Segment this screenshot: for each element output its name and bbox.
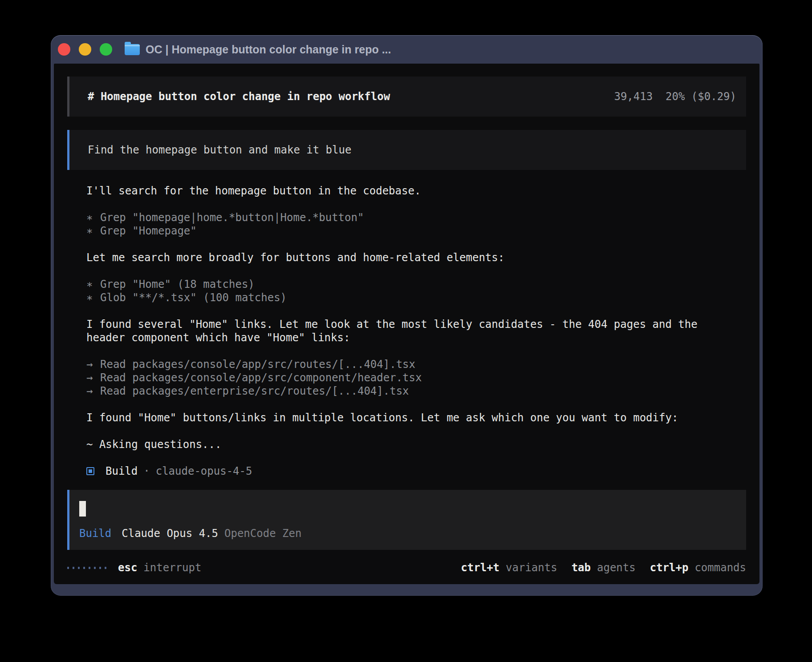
assistant-text: I found several "Home" links. Let me loo…	[86, 318, 719, 344]
asterisk-icon: ∗	[86, 224, 94, 238]
tool-call-label: Grep "Homepage"	[100, 225, 197, 237]
mode-selector[interactable]: Build	[79, 527, 111, 540]
tool-call-group: ∗Grep "homepage|home.*button|Home.*butto…	[86, 211, 746, 238]
arrow-right-icon: →	[86, 358, 94, 371]
asterisk-icon: ∗	[86, 211, 94, 224]
tool-call: ∗Grep "Home" (18 matches)	[86, 278, 746, 291]
spinner-dots-icon	[67, 567, 106, 569]
window-bottom-strip	[51, 584, 763, 596]
window-title: OC | Homepage button color change in rep…	[146, 43, 391, 56]
read-call: →Read packages/console/app/src/routes/[.…	[86, 358, 746, 371]
shortcut-commands[interactable]: ctrl+p commands	[650, 561, 746, 574]
conversation: I'll search for the homepage button in t…	[67, 184, 746, 574]
user-message-text: Find the homepage button and make it blu…	[88, 143, 351, 157]
session-title: # Homepage button color change in repo w…	[88, 90, 390, 103]
zoom-button[interactable]	[100, 43, 112, 56]
tool-call: ∗Grep "Homepage"	[86, 224, 746, 238]
read-call-label: Read packages/console/app/src/component/…	[100, 371, 422, 384]
titlebar[interactable]: OC | Homepage button color change in rep…	[51, 35, 763, 64]
minimize-button[interactable]	[79, 43, 91, 56]
agent-name: Build	[106, 464, 138, 478]
text-cursor	[79, 501, 86, 517]
agent-model: claude-opus-4-5	[156, 464, 252, 478]
shortcut-hints: ctrl+t variants tab agents ctrl+p comman…	[447, 561, 746, 574]
provider-name: OpenCode Zen	[224, 527, 301, 540]
arrow-right-icon: →	[86, 371, 94, 384]
activity-status: ~ Asking questions...	[86, 438, 719, 451]
asterisk-icon: ∗	[86, 291, 94, 304]
read-call: →Read packages/enterprise/src/routes/[..…	[86, 384, 746, 398]
assistant-text: Let me search more broadly for buttons a…	[86, 251, 719, 264]
arrow-right-icon: →	[86, 384, 94, 398]
terminal-content: # Homepage button color change in repo w…	[54, 64, 759, 584]
user-message: Find the homepage button and make it blu…	[67, 130, 746, 170]
tool-call-label: Grep "homepage|home.*button|Home.*button…	[100, 211, 364, 224]
interrupt-label: interrupt	[143, 561, 201, 574]
shortcut-variants[interactable]: ctrl+t variants	[461, 561, 557, 574]
assistant-text: I found "Home" buttons/links in multiple…	[86, 411, 719, 424]
session-stats: 39,413 20% ($0.29)	[614, 90, 736, 103]
tool-call-label: Grep "Home" (18 matches)	[100, 278, 255, 291]
agent-square-icon	[86, 467, 94, 475]
tool-call: ∗Grep "homepage|home.*button|Home.*butto…	[86, 211, 746, 224]
read-call: →Read packages/console/app/src/component…	[86, 371, 746, 384]
tool-call-label: Glob "**/*.tsx" (100 matches)	[100, 291, 287, 304]
close-button[interactable]	[58, 43, 70, 56]
session-header: # Homepage button color change in repo w…	[67, 77, 746, 117]
status-bar: esc interrupt ctrl+t variants tab agents…	[67, 561, 746, 574]
model-name[interactable]: Claude Opus 4.5	[122, 527, 218, 540]
traffic-lights	[58, 43, 112, 56]
read-call-label: Read packages/console/app/src/routes/[..…	[100, 358, 415, 371]
interrupt-key[interactable]: esc	[118, 561, 137, 574]
assistant-text: I'll search for the homepage button in t…	[86, 184, 719, 198]
agent-badge: Build · claude-opus-4-5	[86, 464, 746, 478]
asterisk-icon: ∗	[86, 278, 94, 291]
terminal-window: OC | Homepage button color change in rep…	[51, 35, 763, 596]
tool-call: ∗Glob "**/*.tsx" (100 matches)	[86, 291, 746, 304]
read-call-label: Read packages/enterprise/src/routes/[...…	[100, 385, 409, 397]
read-call-group: →Read packages/console/app/src/routes/[.…	[86, 358, 746, 398]
tool-call-group: ∗Grep "Home" (18 matches) ∗Glob "**/*.ts…	[86, 278, 746, 304]
input-footer: Build Claude Opus 4.5 OpenCode Zen	[79, 527, 736, 540]
prompt-input[interactable]: Build Claude Opus 4.5 OpenCode Zen	[67, 490, 746, 550]
shortcut-agents[interactable]: tab agents	[572, 561, 636, 574]
folder-icon	[125, 44, 140, 55]
dot-separator: ·	[143, 464, 150, 478]
